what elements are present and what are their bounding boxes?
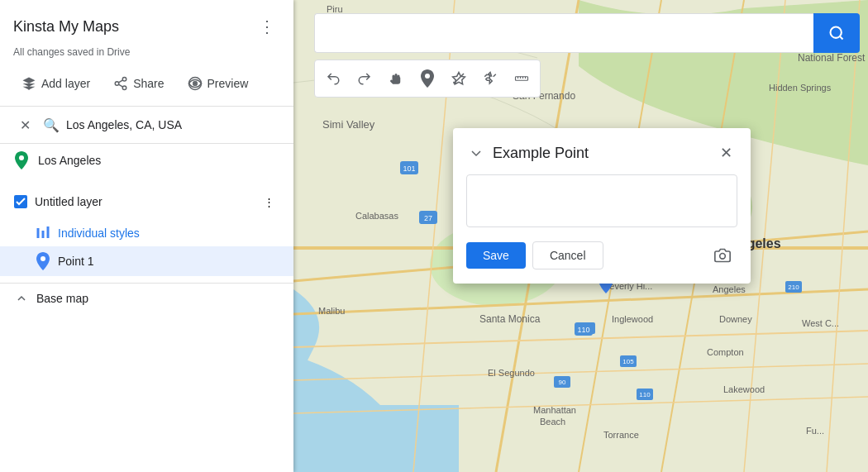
place-pin-icon <box>13 152 30 169</box>
left-panel: Kinsta My Maps ⋮ All changes saved in Dr… <box>0 0 293 472</box>
svg-text:Downey: Downey <box>719 314 752 324</box>
layer-header: Untitled layer ⋮ <box>0 184 293 220</box>
top-search-bar <box>314 13 860 53</box>
search-clear-button[interactable]: ✕ <box>13 113 36 136</box>
undo-icon <box>326 71 341 86</box>
popup-title: Example Point <box>493 145 589 162</box>
popup-close-button[interactable]: ✕ <box>714 141 737 164</box>
close-x-icon: ✕ <box>720 144 732 162</box>
svg-rect-1 <box>293 405 459 472</box>
add-layer-button[interactable]: Add layer <box>13 71 98 96</box>
panel-menu-button[interactable]: ⋮ <box>254 13 280 40</box>
share-icon <box>113 76 128 91</box>
layer-menu-button[interactable]: ⋮ <box>257 190 280 213</box>
svg-text:27: 27 <box>424 214 432 222</box>
redo-button[interactable] <box>350 64 379 93</box>
saved-status: All changes saved in Drive <box>0 46 293 68</box>
search-submit-icon <box>828 25 845 41</box>
add-marker-button[interactable] <box>413 64 442 93</box>
svg-text:101: 101 <box>403 164 415 173</box>
point-row[interactable]: Point 1 <box>0 246 293 276</box>
svg-point-71 <box>122 78 126 82</box>
top-search-button[interactable] <box>813 13 860 53</box>
individual-styles-row[interactable]: Individual styles <box>0 220 293 246</box>
svg-text:Beach: Beach <box>540 417 565 427</box>
svg-line-75 <box>119 80 123 83</box>
popup-description-textarea[interactable] <box>466 174 737 227</box>
marker-icon <box>420 69 435 88</box>
svg-point-72 <box>115 82 119 86</box>
svg-text:105: 105 <box>622 358 634 365</box>
svg-text:Santa Monica: Santa Monica <box>479 313 541 325</box>
layer-more-icon: ⋮ <box>264 196 274 208</box>
add-layer-icon <box>21 76 36 91</box>
svg-text:110: 110 <box>577 326 589 334</box>
preview-button[interactable]: Preview <box>179 71 257 96</box>
svg-point-93 <box>720 254 726 260</box>
ruler-icon <box>514 71 529 86</box>
place-name: Los Angeles <box>38 154 101 167</box>
add-layer-label: Add layer <box>41 77 90 90</box>
svg-line-85 <box>840 36 843 40</box>
svg-line-74 <box>119 84 123 87</box>
svg-text:West C...: West C... <box>802 318 839 328</box>
popup-collapse-button[interactable] <box>466 143 486 163</box>
basemap-section[interactable]: Base map <box>0 283 293 313</box>
svg-text:El Segundo: El Segundo <box>488 368 535 378</box>
undo-button[interactable] <box>318 64 348 93</box>
svg-text:Hidden Springs: Hidden Springs <box>769 83 832 93</box>
search-row: ✕ 🔍 Los Angeles, CA, USA <box>13 113 280 136</box>
point-label: Point 1 <box>58 255 94 268</box>
collapse-icon <box>470 147 482 159</box>
layer-checkbox-icon[interactable] <box>13 194 28 209</box>
route-icon <box>483 71 498 86</box>
svg-point-84 <box>831 27 842 38</box>
popup-dialog: Example Point ✕ Save Cancel <box>453 128 751 284</box>
collapse-icon <box>13 290 30 307</box>
measure-button[interactable] <box>507 64 537 93</box>
svg-text:Inglewood: Inglewood <box>612 314 653 324</box>
svg-text:Simi Valley: Simi Valley <box>322 118 375 131</box>
layer-section: Untitled layer ⋮ Individual styles <box>0 177 293 283</box>
share-label: Share <box>133 77 164 90</box>
svg-text:210: 210 <box>788 284 799 291</box>
svg-text:Angeles: Angeles <box>713 284 746 294</box>
svg-rect-88 <box>516 77 528 81</box>
top-search-input[interactable] <box>314 13 813 53</box>
svg-point-83 <box>41 256 45 261</box>
camera-icon <box>714 247 731 264</box>
hand-icon <box>389 71 403 86</box>
svg-text:90: 90 <box>559 379 566 386</box>
pan-button[interactable] <box>381 64 411 93</box>
svg-point-73 <box>122 86 126 90</box>
draw-line-icon <box>451 71 466 86</box>
share-button[interactable]: Share <box>105 71 172 96</box>
place-row[interactable]: Los Angeles <box>0 144 293 177</box>
popup-actions: Save Cancel <box>466 241 737 270</box>
popup-title-row: Example Point ✕ <box>466 141 737 164</box>
popup-camera-button[interactable] <box>708 241 737 270</box>
search-section: ✕ 🔍 Los Angeles, CA, USA <box>0 107 293 144</box>
panel-header: Kinsta My Maps ⋮ <box>0 0 293 46</box>
popup-cancel-button[interactable]: Cancel <box>532 241 603 269</box>
toolbar <box>314 60 541 98</box>
popup-title-left: Example Point <box>466 143 589 163</box>
panel-actions: Add layer Share Preview <box>0 68 293 107</box>
basemap-label: Base map <box>36 292 88 305</box>
svg-text:Calabasas: Calabasas <box>355 211 398 221</box>
draw-line-button[interactable] <box>444 64 474 93</box>
svg-text:Compton: Compton <box>707 347 744 357</box>
svg-text:Fu...: Fu... <box>806 426 824 436</box>
svg-text:Manhattan: Manhattan <box>533 405 576 415</box>
point-pin-icon <box>35 253 51 269</box>
svg-point-78 <box>19 155 24 160</box>
svg-point-86 <box>425 74 430 79</box>
svg-text:Malibu: Malibu <box>318 306 345 316</box>
preview-label: Preview <box>207 77 249 90</box>
popup-save-button[interactable]: Save <box>466 242 526 269</box>
search-icon: 🔍 <box>43 117 60 133</box>
svg-text:National Forest: National Forest <box>798 52 866 64</box>
more-options-icon: ⋮ <box>259 17 276 36</box>
add-route-button[interactable] <box>475 64 505 93</box>
layer-title-row: Untitled layer <box>13 194 103 209</box>
